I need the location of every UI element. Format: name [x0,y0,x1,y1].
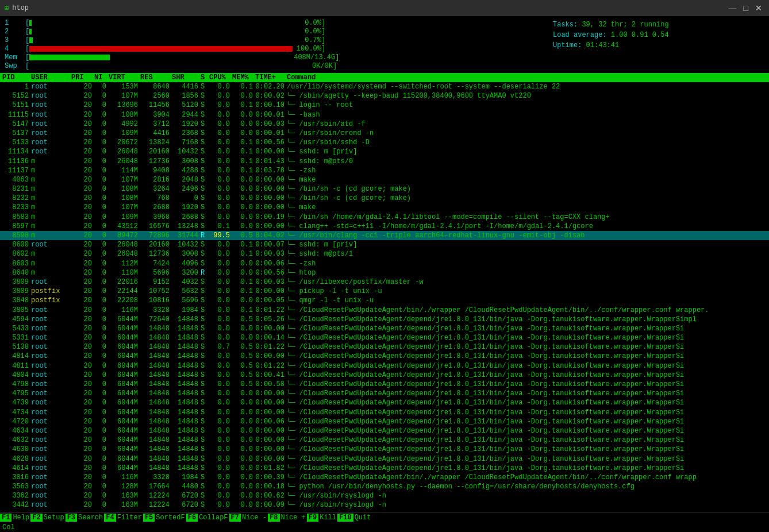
table-row[interactable]: 3563 root 20 0 128M 17664 4480 S 0.0 0.0… [0,482,769,491]
footer-key[interactable]: F6 [186,514,198,522]
table-row[interactable]: 8598 m 20 0 89472 72896 31744 R 99.5 0.5… [0,231,769,240]
footer-key[interactable]: F8 [268,514,279,522]
table-row[interactable]: 4628 root 20 0 6044M 14848 14848 S 0.0 0… [0,454,769,464]
table-row[interactable]: 11134 root 20 0 26048 20160 10432 S 0.0 … [0,147,769,156]
table-row[interactable]: 4739 root 20 0 6044M 14848 14848 S 0.0 0… [0,398,769,407]
table-row[interactable]: 8640 m 20 0 110M 5696 3200 R 0.0 0.0 0:0… [0,268,769,277]
cmd-val: └─ /usr/sbin/rsyslogd -n [287,491,767,500]
pri-val: 20 [71,213,94,222]
table-row[interactable]: 5331 root 20 0 6044M 14848 14848 S 0.0 0… [0,333,769,342]
table-row[interactable]: 5151 root 20 0 13696 11456 5120 S 0.0 0.… [0,101,769,110]
table-row[interactable]: 4594 root 20 0 6044M 72640 14848 S 0.0 0… [0,315,769,324]
footer-key[interactable]: F3 [66,514,77,522]
footer-item[interactable]: F8Nice + [268,514,307,522]
table-row[interactable]: 4720 root 20 0 6044M 14848 14848 S 0.0 0… [0,417,769,426]
table-row[interactable]: 4632 root 20 0 6044M 14848 14848 S 0.0 0… [0,435,769,445]
footer-item[interactable]: F1Help [0,514,30,522]
table-row[interactable]: 8597 m 20 0 43512 16576 13248 S 0.1 0.0 … [0,222,769,231]
table-row[interactable]: 3805 root 20 0 116M 3328 1984 S 0.0 0.1 … [0,306,769,315]
table-row[interactable]: 11136 m 20 0 26048 12736 3008 S 0.0 0.1 … [0,157,769,166]
footer-key[interactable]: F10 [337,514,353,522]
table-row[interactable]: 11137 m 20 0 114M 9408 4288 S 0.0 0.1 0:… [0,166,769,175]
ni-val: 0 [94,389,109,398]
shr-val: 14848 [172,333,201,342]
table-row[interactable]: 8600 root 20 0 26048 20160 10432 S 0.0 0… [0,240,769,249]
table-row[interactable]: 8232 m 20 0 108M 768 0 S 0.0 0.0 0:00.00… [0,194,769,203]
table-row[interactable]: 4634 root 20 0 6044M 14848 14848 S 0.0 0… [0,426,769,435]
cpu-val: 0.0 [209,119,232,129]
table-row[interactable]: 3362 root 20 0 163M 12224 6720 S 0.0 0.0… [0,491,769,500]
s-val: S [201,138,209,147]
table-row[interactable]: 5152 root 20 0 107M 2560 1856 S 0.0 0.0 … [0,91,769,101]
pri-val: 20 [71,259,94,268]
table-row[interactable]: 4814 root 20 0 6044M 14848 14848 S 0.0 0… [0,352,769,361]
table-row[interactable]: 1 root 20 0 153M 8640 4416 S 0.0 0.1 0:0… [0,82,769,91]
virt-val: 6044M [109,445,140,454]
footer-item[interactable]: F9Kill [307,514,337,522]
uptime-label: Uptime: [553,41,586,49]
footer-item[interactable]: F2Setup [30,514,65,522]
table-row[interactable]: 8603 m 20 0 112M 7424 4096 S 0.0 0.0 0:0… [0,259,769,268]
close-button[interactable]: ✕ [753,3,764,13]
footer-item[interactable]: F3Search [66,514,105,522]
cmd-val: └─ /CloudResetPwdUpdateAgent/bin/./wrapp… [287,473,767,482]
table-row[interactable]: 11115 root 20 0 108M 3904 2944 S 0.0 0.0… [0,110,769,119]
res-val: 10752 [140,287,172,296]
cpu-val: 0.0 [209,333,232,342]
shr-val: 31744 [172,231,201,240]
table-row[interactable]: 4614 root 20 0 6044M 14848 14848 S 0.0 0… [0,464,769,473]
table-row[interactable]: 4804 root 20 0 6044M 14848 14848 S 0.0 0… [0,371,769,380]
table-row[interactable]: 8583 m 20 0 109M 3968 2688 S 0.0 0.0 0:0… [0,213,769,222]
cmd-val: └─ clang++ -std=c++11 -I/home/m/gdal-2.4… [287,222,767,231]
footer-key[interactable]: F5 [143,514,155,522]
table-row[interactable]: 8602 m 20 0 26048 12736 3008 S 0.0 0.1 0… [0,249,769,259]
user-val: m [31,175,71,184]
footer-item[interactable]: F10Quit [337,514,372,522]
table-row[interactable]: 3816 root 20 0 116M 3328 1984 S 0.0 0.0 … [0,473,769,482]
table-row[interactable]: 5133 root 20 0 20672 13824 7168 S 0.0 0.… [0,138,769,147]
res-val: 14848 [140,426,172,435]
mem-val: 0.0 [232,175,255,184]
mem-val: 0.0 [232,482,255,491]
table-row[interactable]: 8231 m 20 0 108M 3264 2496 S 0.0 0.0 0:0… [0,184,769,194]
table-row[interactable]: 4630 root 20 0 6044M 14848 14848 S 0.0 0… [0,445,769,454]
minimize-button[interactable]: — [726,3,739,13]
footer-key[interactable]: F4 [104,514,116,522]
table-row[interactable]: 4798 root 20 0 6044M 14848 14848 S 0.0 0… [0,380,769,389]
footer-item[interactable]: F4Filter [104,514,143,522]
table-row[interactable]: 3809 root 20 0 22016 9152 4032 S 0.0 0.1… [0,277,769,287]
cpu2-bracket-open: [ [25,28,29,36]
time-val: 0:03.78 [255,166,287,175]
footer-item[interactable]: F7Nice - [229,514,268,522]
table-row[interactable]: 8233 m 20 0 107M 2688 1920 S 0.0 0.0 0:0… [0,203,769,212]
table-row[interactable]: 5433 root 20 0 6044M 14848 14848 S 0.0 0… [0,324,769,333]
maximize-button[interactable]: □ [741,3,751,13]
table-row[interactable]: 5137 root 20 0 109M 4416 2368 S 0.0 0.0 … [0,129,769,138]
footer-key[interactable]: F7 [229,514,241,522]
footer-item[interactable]: F5SortedF [143,514,186,522]
shr-val: 14848 [172,454,201,464]
table-row[interactable]: 3809 postfix 20 0 22144 10752 5632 S 0.0… [0,287,769,296]
s-val: S [201,249,209,259]
res-val: 72640 [140,315,172,324]
table-row[interactable]: 3848 postfix 20 0 22208 10816 5696 S 0.0… [0,296,769,305]
cmd-val: /usr/lib/systemd/systemd --switched-root… [287,82,767,91]
cpu-val: 0.0 [209,259,232,268]
table-row[interactable]: 5138 root 20 0 6044M 14848 14848 S 0.7 0… [0,342,769,352]
table-row[interactable]: 4063 m 20 0 107M 2816 2048 S 0.0 0.0 0:0… [0,175,769,184]
table-row[interactable]: 4811 root 20 0 6044M 14848 14848 S 0.0 0… [0,361,769,371]
shr-val: 2944 [172,110,201,119]
cmd-val: └─ /CloudResetPwdUpdateAgent/depend/jre1… [287,398,767,407]
footer-key[interactable]: F1 [0,514,11,522]
titlebar-controls[interactable]: — □ ✕ [726,3,764,13]
shr-val: 14848 [172,445,201,454]
footer-key[interactable]: F2 [30,514,42,522]
footer-key[interactable]: F9 [307,514,318,522]
footer-item[interactable]: F6CollapF [186,514,229,522]
table-row[interactable]: 4795 root 20 0 6044M 14848 14848 S 0.0 0… [0,389,769,398]
table-row[interactable]: 3442 root 20 0 163M 12224 6720 S 0.0 0.0… [0,500,769,510]
cpu-val: 0.0 [209,426,232,435]
table-row[interactable]: 5147 root 20 0 4992 3712 1920 S 0.0 0.0 … [0,119,769,129]
mem-val: 0.0 [232,473,255,482]
table-row[interactable]: 4734 root 20 0 6044M 14848 14848 S 0.0 0… [0,408,769,417]
